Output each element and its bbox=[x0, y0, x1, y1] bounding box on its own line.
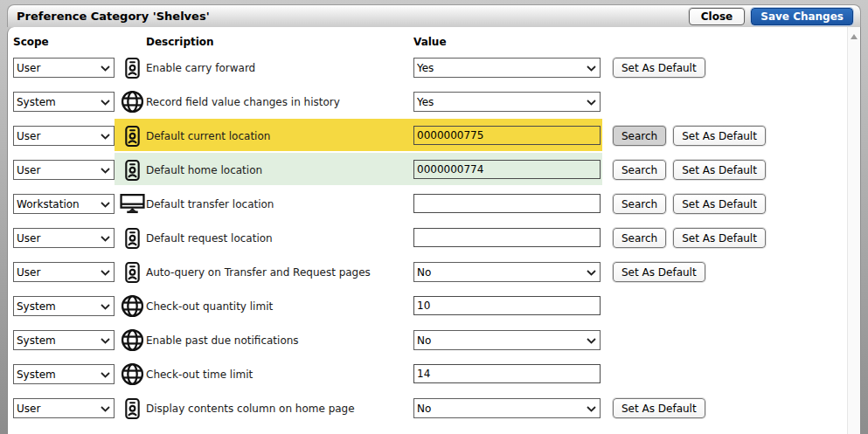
scope-select-wrap: System bbox=[13, 364, 115, 384]
search-button[interactable]: Search bbox=[613, 228, 666, 248]
scope-select[interactable]: User bbox=[13, 126, 115, 146]
scope-select-wrap: System bbox=[13, 330, 115, 350]
value-select[interactable]: No bbox=[413, 330, 601, 350]
search-button[interactable]: Search bbox=[613, 160, 666, 180]
monitor-icon bbox=[119, 191, 145, 217]
scope-select-wrap: User bbox=[13, 398, 115, 418]
column-header-description: Description bbox=[146, 36, 214, 48]
value-input[interactable] bbox=[413, 296, 601, 315]
value-input[interactable] bbox=[413, 160, 601, 179]
row-buttons: SearchSet As Default bbox=[613, 160, 766, 180]
row-buttons: SearchSet As Default bbox=[613, 194, 766, 214]
set-as-default-button[interactable]: Set As Default bbox=[673, 126, 766, 146]
preference-row: SystemCheck-out time limit bbox=[8, 357, 846, 391]
preference-description: Default home location bbox=[146, 164, 262, 176]
window-titlebar: Preference Category 'Shelves' Close Save… bbox=[7, 4, 861, 27]
preference-description: Display contents column on home page bbox=[146, 403, 355, 415]
preference-row: UserDisplay contents column on home page… bbox=[8, 391, 846, 425]
scope-select[interactable]: System bbox=[13, 330, 115, 350]
preference-description: Check-out quantity limit bbox=[146, 300, 273, 313]
row-buttons: Set As Default bbox=[613, 398, 705, 418]
close-button[interactable]: Close bbox=[689, 8, 745, 25]
row-buttons: Set As Default bbox=[613, 58, 705, 78]
preference-description: Default transfer location bbox=[146, 198, 274, 210]
scope-select-wrap: User bbox=[13, 58, 115, 78]
globe-icon bbox=[119, 362, 145, 387]
preference-description: Enable carry forward bbox=[146, 62, 255, 74]
set-as-default-button[interactable]: Set As Default bbox=[613, 262, 705, 282]
row-buttons: SearchSet As Default bbox=[613, 228, 766, 248]
scope-select-wrap: User bbox=[13, 160, 115, 180]
preference-row: SystemCheck-out quantity limit bbox=[8, 289, 846, 323]
globe-icon bbox=[119, 293, 145, 319]
preference-row: UserEnable carry forwardYesSet As Defaul… bbox=[8, 51, 846, 85]
value-select-wrap: Yes bbox=[413, 92, 601, 112]
value-select[interactable]: No bbox=[413, 262, 601, 282]
preference-row: SystemEnable past due notificationsNo bbox=[8, 323, 846, 357]
save-changes-button[interactable]: Save Changes bbox=[751, 8, 853, 25]
search-button[interactable]: Search bbox=[613, 194, 666, 214]
preference-description: Default current location bbox=[146, 130, 270, 142]
window-buttons: Close Save Changes bbox=[689, 8, 853, 25]
preference-row: WorkstationDefault transfer locationSear… bbox=[8, 187, 846, 221]
value-select[interactable]: No bbox=[413, 398, 601, 418]
column-header-value: Value bbox=[413, 36, 447, 48]
scope-select-wrap: Workstation bbox=[13, 194, 115, 214]
value-select-wrap: No bbox=[413, 330, 601, 350]
value-select[interactable]: Yes bbox=[413, 92, 601, 112]
set-as-default-button[interactable]: Set As Default bbox=[673, 194, 766, 214]
scope-select[interactable]: User bbox=[13, 160, 115, 180]
user-badge-icon bbox=[119, 259, 145, 285]
preference-description: Default request location bbox=[146, 232, 273, 245]
scope-select-wrap: System bbox=[13, 92, 115, 112]
row-buttons: SearchSet As Default bbox=[613, 126, 766, 146]
value-input[interactable] bbox=[413, 194, 601, 213]
set-as-default-button[interactable]: Set As Default bbox=[613, 58, 705, 78]
user-badge-icon bbox=[119, 396, 145, 421]
user-badge-icon bbox=[119, 157, 145, 183]
scope-select[interactable]: User bbox=[13, 262, 115, 282]
scope-select[interactable]: System bbox=[13, 364, 115, 384]
vertical-scrollbar[interactable] bbox=[847, 27, 860, 434]
value-input[interactable] bbox=[413, 364, 601, 383]
preference-description: Enable past due notifications bbox=[146, 334, 299, 347]
column-header-scope: Scope bbox=[13, 36, 49, 48]
user-badge-icon bbox=[119, 55, 145, 80]
value-select-wrap: No bbox=[413, 262, 601, 282]
preference-description: Check-out time limit bbox=[146, 369, 253, 381]
set-as-default-button[interactable]: Set As Default bbox=[613, 398, 705, 418]
scope-select[interactable]: User bbox=[13, 228, 115, 248]
value-select-wrap: No bbox=[413, 398, 601, 418]
set-as-default-button[interactable]: Set As Default bbox=[673, 228, 766, 248]
preference-row: UserAuto-query on Transfer and Request p… bbox=[8, 255, 846, 289]
user-badge-icon bbox=[119, 225, 145, 251]
scope-select-wrap: User bbox=[13, 126, 115, 146]
scroll-up-arrow-icon[interactable] bbox=[851, 34, 858, 39]
scope-select[interactable]: System bbox=[13, 296, 115, 316]
search-button[interactable]: Search bbox=[613, 126, 666, 146]
preference-row: UserDefault request locationSearchSet As… bbox=[8, 221, 846, 255]
value-select[interactable]: Yes bbox=[413, 58, 601, 78]
preference-description: Record field value changes in history bbox=[146, 96, 340, 108]
globe-icon bbox=[119, 327, 145, 353]
value-input[interactable] bbox=[413, 228, 601, 247]
column-headers: Scope Description Value bbox=[8, 27, 860, 51]
preference-row: SystemRecord field value changes in hist… bbox=[8, 85, 846, 119]
scope-select[interactable]: User bbox=[13, 398, 115, 418]
row-buttons: Set As Default bbox=[613, 262, 705, 282]
value-input[interactable] bbox=[413, 126, 601, 145]
scope-select[interactable]: User bbox=[13, 58, 115, 78]
scope-select-wrap: User bbox=[13, 228, 115, 248]
scope-select-wrap: System bbox=[13, 296, 115, 316]
value-select-wrap: Yes bbox=[413, 58, 601, 78]
set-as-default-button[interactable]: Set As Default bbox=[673, 160, 766, 180]
preference-description: Auto-query on Transfer and Request pages bbox=[146, 266, 371, 279]
globe-icon bbox=[119, 89, 145, 114]
page-title: Preference Category 'Shelves' bbox=[17, 10, 210, 23]
scope-select-wrap: User bbox=[13, 262, 115, 282]
scope-select[interactable]: System bbox=[13, 92, 115, 112]
preference-row: UserDefault current locationSearchSet As… bbox=[8, 119, 846, 153]
scope-select[interactable]: Workstation bbox=[13, 194, 115, 214]
user-badge-icon bbox=[119, 123, 145, 148]
preference-rows: UserEnable carry forwardYesSet As Defaul… bbox=[8, 51, 846, 425]
